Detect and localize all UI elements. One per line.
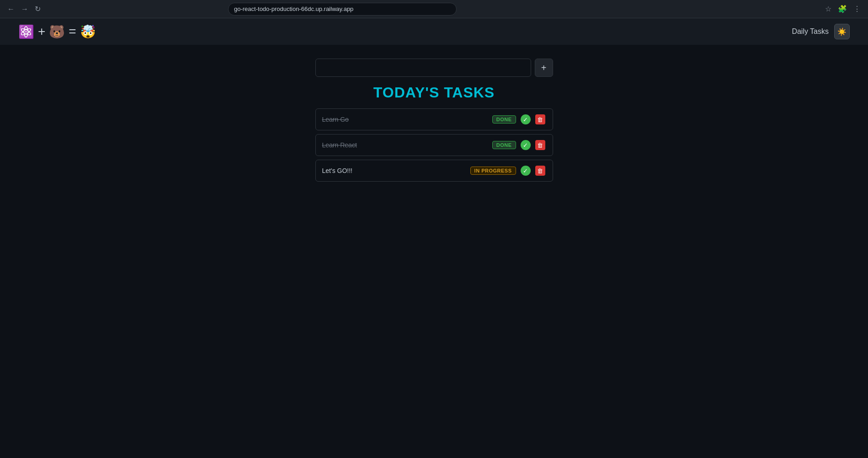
react-icon: ⚛️	[18, 24, 34, 39]
delete-task-button[interactable]: 🗑	[534, 113, 546, 125]
task-actions: ✓ 🗑	[520, 113, 546, 125]
task-row: Let's GO!!! IN PROGRESS ✓ 🗑	[315, 160, 553, 182]
navbar-brand: ⚛️ + 🐻 = 🤯	[18, 24, 96, 39]
url-text: go-react-todo-production-66dc.up.railway…	[234, 5, 353, 12]
checkmark-icon: ✓	[521, 114, 531, 124]
trash-icon: 🗑	[535, 166, 545, 176]
task-row: Learn Go DONE ✓ 🗑	[315, 108, 553, 130]
checkmark-icon: ✓	[521, 166, 531, 176]
task-input[interactable]	[315, 59, 531, 77]
complete-task-button[interactable]: ✓	[520, 139, 532, 151]
theme-toggle-button[interactable]: ☀️	[834, 24, 850, 39]
back-button[interactable]: ←	[5, 4, 16, 15]
extensions-button[interactable]: 🧩	[836, 3, 849, 15]
address-bar[interactable]: go-react-todo-production-66dc.up.railway…	[228, 3, 457, 16]
navbar: ⚛️ + 🐻 = 🤯 Daily Tasks ☀️	[0, 18, 868, 45]
plus-icon: +	[541, 63, 547, 73]
trash-icon: 🗑	[535, 140, 545, 150]
status-badge: DONE	[492, 115, 516, 124]
browser-bar: ← → ↻ go-react-todo-production-66dc.up.r…	[0, 0, 868, 18]
task-row: Learn React DONE ✓ 🗑	[315, 134, 553, 156]
task-text: Learn Go	[322, 116, 489, 123]
status-badge: IN PROGRESS	[470, 167, 516, 175]
plus-sign: +	[38, 24, 45, 39]
trash-icon: 🗑	[535, 114, 545, 124]
task-actions: ✓ 🗑	[520, 139, 546, 151]
browser-actions: ☆ 🧩 ⋮	[823, 3, 863, 15]
delete-task-button[interactable]: 🗑	[534, 165, 546, 177]
content-area: + TODAY'S TASKS Learn Go DONE ✓ 🗑	[315, 59, 553, 182]
navbar-right: Daily Tasks ☀️	[792, 24, 850, 39]
menu-button[interactable]: ⋮	[852, 3, 863, 15]
task-text: Learn React	[322, 141, 489, 149]
sun-icon: ☀️	[837, 27, 847, 36]
status-badge: DONE	[492, 141, 516, 149]
result-icon: 🤯	[80, 24, 96, 39]
forward-button[interactable]: →	[19, 4, 30, 15]
daily-tasks-label: Daily Tasks	[792, 27, 829, 36]
equals-sign: =	[69, 24, 76, 39]
task-actions: ✓ 🗑	[520, 165, 546, 177]
delete-task-button[interactable]: 🗑	[534, 139, 546, 151]
bookmark-button[interactable]: ☆	[823, 3, 833, 15]
go-icon: 🐻	[49, 24, 65, 39]
checkmark-icon: ✓	[521, 140, 531, 150]
task-text: Let's GO!!!	[322, 167, 467, 174]
app-container: ⚛️ + 🐻 = 🤯 Daily Tasks ☀️ + TODAY'S TASK…	[0, 18, 868, 182]
complete-task-button[interactable]: ✓	[520, 165, 532, 177]
browser-nav-buttons: ← → ↻	[5, 4, 43, 15]
page-title: TODAY'S TASKS	[373, 84, 495, 101]
complete-task-button[interactable]: ✓	[520, 113, 532, 125]
add-task-button[interactable]: +	[535, 59, 553, 77]
input-row: +	[315, 59, 553, 77]
reload-button[interactable]: ↻	[33, 4, 43, 15]
task-list: Learn Go DONE ✓ 🗑 Learn React DONE	[315, 108, 553, 182]
